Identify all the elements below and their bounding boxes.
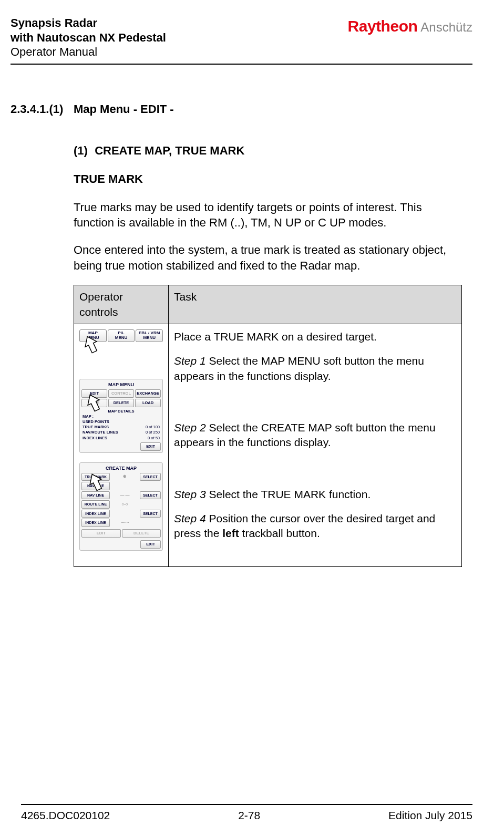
cursor-arrow-icon (88, 472, 103, 491)
fig-map-menu-panel: MAP MENU EDIT CONTROL EXCHANGE SAVE DELE… (79, 379, 163, 453)
btn-delete[interactable]: DELETE (108, 399, 134, 407)
footer-rule (21, 804, 472, 805)
lbl-true-marks: TRUE MARKS (83, 425, 109, 430)
page-footer: 4265.DOC020102 2-78 Edition July 2015 (0, 804, 504, 823)
lbl-nav-lines: NAV/ROUTE LINES (83, 430, 118, 435)
footer-page: 2-78 (238, 808, 260, 823)
map-menu-title: MAP MENU (81, 381, 161, 388)
svg-marker-0 (84, 335, 98, 354)
paragraph-1: True marks may be used to identify targe… (74, 200, 462, 231)
page-header: Synapsis Radar with Nautoscan NX Pedesta… (11, 16, 472, 59)
logo-anschutz: Anschütz (420, 20, 472, 34)
btn-nav-line-2[interactable]: NAV LINE (81, 491, 110, 499)
lbl-index-lines: INDEX LINES (83, 436, 107, 441)
sym-chain-icon: ○-○ (111, 502, 139, 508)
th-operator-controls: Operator controls (74, 285, 169, 324)
cursor-arrow-icon (84, 335, 98, 354)
create-map-title: CREATE MAP (81, 465, 161, 471)
btn-index-line-1[interactable]: INDEX LINE (81, 510, 110, 518)
fig-softmenu: MAPMENU PILMENU EBL / VRMMENU (79, 329, 163, 342)
task-intro: Place a TRUE MARK on a desired target. (174, 329, 456, 344)
product-line1: Synapsis Radar (11, 16, 166, 30)
lbl-map: MAP : (83, 414, 94, 419)
lbl-used-points: USED POINTS (83, 419, 109, 425)
task-step-3: Step 3 Select the TRUE MARK function. (174, 487, 456, 502)
svg-marker-2 (88, 472, 103, 491)
btn-select-navline[interactable]: SELECT (140, 491, 161, 499)
sym-dash-icon: — — (111, 492, 139, 498)
subsection-number: (1) (74, 143, 91, 159)
subsection-title: CREATE MAP, TRUE MARK (95, 144, 244, 157)
fig-create-map-panel: CREATE MAP TRUE MARK ⊕ SELECT NAV LINE .… (79, 462, 163, 551)
val-nav-lines: 0 of 250 (146, 430, 160, 435)
btn-select-indexline[interactable]: SELECT (140, 510, 161, 518)
val-index-lines: 0 of 50 (148, 436, 160, 441)
brand-logo: RaytheonAnschütz (348, 16, 472, 37)
softbtn-ebl-vrm-menu[interactable]: EBL / VRMMENU (136, 329, 163, 342)
footer-edition: Edition July 2015 (388, 808, 472, 823)
doc-type: Operator Manual (11, 45, 166, 59)
svg-marker-1 (86, 393, 101, 412)
operator-table: Operator controls Task MAPMENU (74, 285, 462, 567)
header-rule (11, 64, 472, 65)
btn-cm-edit[interactable]: EDIT (81, 529, 121, 538)
task-step-2: Step 2 Select the CREATE MAP soft button… (174, 420, 456, 450)
task-step-4: Step 4 Position the cursor over the desi… (174, 511, 456, 541)
cursor-arrow-icon (86, 393, 101, 412)
task-step-1: Step 1 Select the MAP MENU soft button t… (174, 354, 456, 384)
btn-control[interactable]: CONTROL (108, 389, 134, 398)
paragraph-2: Once entered into the system, a true mar… (74, 242, 462, 273)
softbtn-pil-menu[interactable]: PILMENU (108, 329, 135, 342)
btn-exit-mapmenu[interactable]: EXIT (140, 442, 161, 451)
btn-exchange[interactable]: EXCHANGE (135, 389, 161, 398)
logo-raytheon: Raytheon (348, 17, 418, 35)
btn-exit-createmap[interactable]: EXIT (140, 540, 161, 549)
cell-operator-controls: MAPMENU PILMENU EBL / VRMMENU (74, 324, 169, 567)
btn-cm-delete[interactable]: DELETE (122, 529, 161, 538)
sym-cross-icon: ⊕ (111, 474, 139, 480)
val-true-marks: 0 of 100 (146, 425, 160, 430)
btn-route-line[interactable]: ROUTE LINE (81, 500, 110, 508)
th-task: Task (169, 285, 462, 324)
section-title: Map Menu - EDIT - (74, 101, 174, 117)
btn-index-line-2[interactable]: INDEX LINE (81, 519, 110, 527)
btn-load[interactable]: LOAD (135, 399, 161, 407)
heading-true-mark: TRUE MARK (74, 171, 462, 187)
cell-task: Place a TRUE MARK on a desired target. S… (169, 324, 462, 567)
product-line2: with Nautoscan NX Pedestal (11, 30, 166, 45)
footer-doc: 4265.DOC020102 (21, 808, 110, 823)
section-number: 2.3.4.1.(1) (11, 101, 74, 117)
sym-dots-icon: ······· (111, 520, 139, 526)
btn-select-truemark[interactable]: SELECT (140, 473, 161, 481)
